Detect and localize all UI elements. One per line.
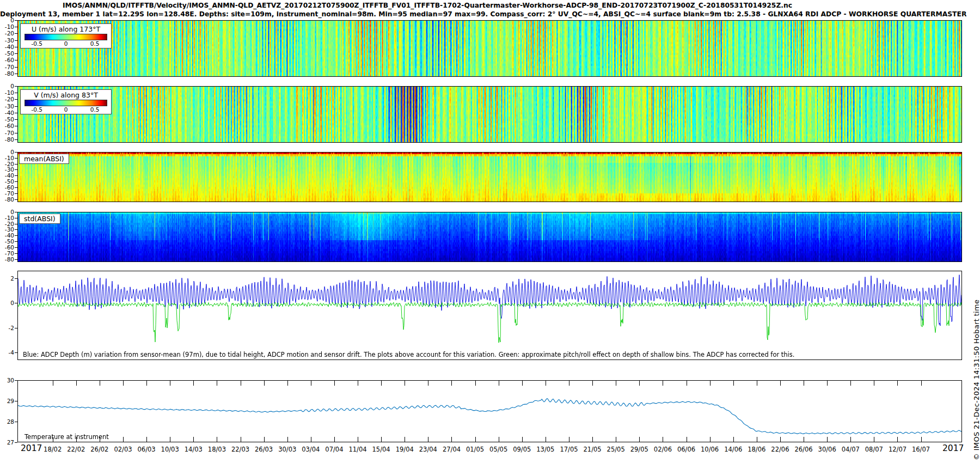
- x-tick-label: 09/05: [513, 446, 531, 453]
- y-tick-label: -10: [0, 89, 14, 96]
- x-tick-label: 16/07: [912, 446, 930, 453]
- y-tick-mark: [15, 218, 17, 218]
- y-tick-mark: [15, 247, 17, 248]
- x-tick-label: 10/03: [161, 446, 179, 453]
- y-tick-mark: [15, 187, 17, 188]
- x-tick-label: 08/07: [865, 446, 883, 453]
- x-tick-label: 15/04: [372, 446, 390, 453]
- temperature-line-canvas: [17, 380, 962, 442]
- y-tick-mark: [15, 67, 17, 68]
- y-tick-mark: [15, 175, 17, 176]
- y-tick-label: 0: [0, 83, 14, 89]
- v-colorbar-tick-max: 0.5: [90, 106, 100, 113]
- depth-variation-line-canvas: [17, 271, 962, 360]
- figure-title-filename: IMOS/ANMN/QLD/ITFFTB/Velocity/IMOS_ANMN-…: [0, 2, 855, 9]
- x-tick-label: 14/03: [185, 446, 203, 453]
- y-tick-mark: [15, 113, 17, 113]
- y-tick-label: -40: [0, 44, 14, 50]
- y-tick-mark: [15, 20, 17, 21]
- x-tick-label: 26/02: [90, 446, 108, 453]
- x-tick-label: 29/05: [630, 446, 648, 453]
- y-tick-mark: [15, 212, 17, 212]
- y-tick-mark: [15, 422, 17, 422]
- x-tick-label: 21/05: [584, 446, 602, 453]
- y-tick-mark: [15, 126, 17, 126]
- x-tick-label: 10/06: [701, 446, 719, 453]
- y-tick-mark: [15, 259, 17, 260]
- y-tick-label: 0: [0, 300, 14, 306]
- v-colorbar-legend: V (m/s) along 83°T -0.5 0 0.5: [20, 89, 112, 114]
- x-tick-label: 18/02: [44, 446, 62, 453]
- y-tick-mark: [15, 401, 17, 401]
- y-tick-mark: [15, 164, 17, 165]
- depth-variation-panel: Blue: ADCP Depth (m) variation from sens…: [17, 271, 962, 360]
- u-legend-title: U (m/s) along 173°T: [24, 25, 107, 33]
- y-tick-mark: [15, 241, 17, 242]
- x-tick-label: 23/04: [419, 446, 437, 453]
- y-tick-mark: [15, 74, 17, 74]
- x-tick-label: 07/04: [325, 446, 343, 453]
- std-absi-heatmap-canvas: [17, 212, 962, 262]
- y-tick-label: -60: [0, 57, 14, 63]
- x-tick-label: 18/06: [748, 446, 765, 453]
- year-label-right: 2017: [942, 443, 964, 453]
- x-tick-label: 02/06: [654, 446, 672, 453]
- y-tick-mark: [15, 224, 17, 224]
- y-tick-label: -70: [0, 130, 14, 136]
- x-tick-label: 14/06: [724, 446, 742, 453]
- x-tick-label: 06/03: [138, 446, 156, 453]
- y-tick-mark: [15, 53, 17, 54]
- y-tick-mark: [15, 352, 17, 353]
- y-tick-mark: [15, 119, 17, 120]
- std-absi-label: std(ABSI): [19, 214, 60, 224]
- x-tick-label: 22/06: [771, 446, 789, 453]
- u-velocity-heatmap-canvas: [17, 20, 962, 77]
- y-tick-mark: [15, 158, 17, 159]
- y-tick-mark: [15, 40, 17, 41]
- y-tick-label: -30: [0, 103, 14, 109]
- y-tick-mark: [15, 33, 17, 34]
- x-tick-label: 27/04: [443, 446, 461, 453]
- mean-absi-heatmap-canvas: [17, 152, 962, 202]
- y-tick-mark: [15, 253, 17, 254]
- x-tick-label: 02/03: [114, 446, 132, 453]
- y-tick-mark: [15, 229, 17, 230]
- std-absi-panel: std(ABSI): [17, 212, 962, 262]
- adcp-figure: IMOS/ANMN/QLD/ITFFTB/Velocity/IMOS_ANMN-…: [0, 0, 980, 463]
- year-label-left: 2017: [21, 443, 42, 453]
- y-tick-mark: [15, 169, 17, 170]
- x-tick-label: 04/07: [842, 446, 860, 453]
- x-tick-label: 13/05: [536, 446, 554, 453]
- u-colorbar-tick-mid: 0: [64, 40, 68, 47]
- temperature-label: Temperature at instrument: [24, 433, 109, 441]
- y-tick-mark: [15, 93, 17, 93]
- y-tick-label: -20: [0, 96, 14, 102]
- v-colorbar-tick-min: -0.5: [32, 106, 43, 113]
- mean-absi-label: mean(ABSI): [19, 154, 69, 164]
- v-legend-title: V (m/s) along 83°T: [24, 91, 107, 99]
- y-tick-label: 2: [0, 275, 14, 282]
- x-tick-label: 05/05: [489, 446, 507, 453]
- y-tick-label: -40: [0, 109, 14, 116]
- y-tick-label: -4: [0, 349, 14, 356]
- y-tick-label: 28: [0, 418, 14, 425]
- figure-subtitle-deployment: Deployment 13, member 1 lat=12.29S lon=1…: [0, 10, 855, 18]
- v-velocity-heatmap-canvas: [17, 86, 962, 143]
- x-tick-label: 18/03: [208, 446, 226, 453]
- y-tick-mark: [15, 380, 17, 381]
- y-tick-label: -10: [0, 23, 14, 30]
- y-tick-mark: [15, 106, 17, 107]
- y-tick-mark: [15, 193, 17, 194]
- y-tick-label: 27: [0, 439, 14, 446]
- y-tick-mark: [15, 442, 17, 443]
- y-tick-mark: [15, 27, 17, 27]
- x-tick-label: 30/06: [818, 446, 836, 453]
- y-tick-mark: [15, 278, 17, 279]
- mean-absi-panel: mean(ABSI): [17, 152, 962, 202]
- y-tick-label: -50: [0, 50, 14, 57]
- y-tick-mark: [15, 60, 17, 60]
- y-tick-label: -80: [0, 70, 14, 77]
- x-tick-label: 17/05: [560, 446, 578, 453]
- y-tick-mark: [15, 47, 17, 47]
- x-tick-label: 22/02: [67, 446, 85, 453]
